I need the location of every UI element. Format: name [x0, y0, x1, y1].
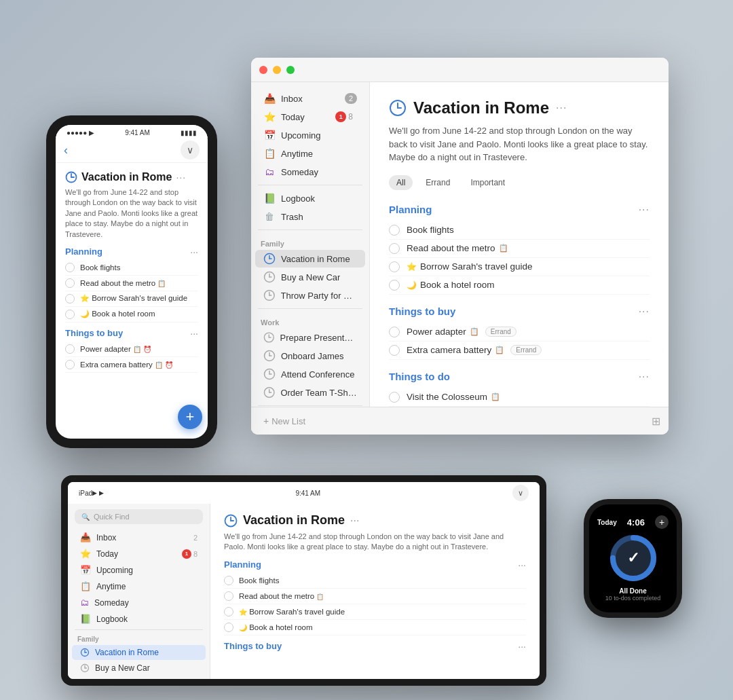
section-buy-title: Things to buy — [389, 306, 455, 317]
iphone-planning-more[interactable]: ··· — [190, 246, 198, 257]
todo-checkbox-travel-guide[interactable] — [389, 261, 400, 272]
todo-checkbox-book-flights[interactable] — [389, 225, 400, 236]
iphone-task-title: Vacation in Rome — [81, 171, 172, 183]
sidebar-label-anytime: Anytime — [281, 149, 313, 159]
todo-checkbox-camera-battery[interactable] — [389, 345, 400, 356]
ipad-task-more-button[interactable]: ··· — [350, 515, 359, 527]
sidebar-item-inbox[interactable]: 📥 Inbox 2 — [255, 90, 365, 107]
ipad-screen: iPad ▶ ▶ 9:41 AM ∨ 🔍 Quick Find 📥 Inbox … — [68, 482, 540, 679]
iphone-checkbox-power-adapter[interactable] — [65, 344, 75, 354]
section-planning-more[interactable]: ··· — [639, 204, 650, 216]
sidebar-item-vacation-rome[interactable]: Vacation in Rome — [255, 250, 365, 268]
ipad-checkbox-hotel[interactable] — [224, 623, 233, 632]
sidebar-item-throw-party[interactable]: Throw Party for Eve — [255, 287, 365, 304]
iphone-todo-text-camera: Extra camera battery 📋 ⏰ — [80, 361, 173, 369]
todo-text-metro: Read about the metro 📋 — [407, 243, 508, 253]
ipad-buy-title: Things to buy — [224, 641, 282, 652]
mac-task-more-button[interactable]: ··· — [556, 102, 567, 114]
sidebar-group-family-header: Family — [251, 234, 369, 249]
ipad-sidebar-anytime[interactable]: 📋 Anytime — [72, 578, 206, 594]
ipad-sidebar-upcoming[interactable]: 📅 Upcoming — [72, 562, 206, 578]
sidebar-label-today: Today — [281, 112, 305, 122]
iphone-checkbox-book-flights[interactable] — [65, 263, 75, 272]
iphone-back-button[interactable]: ‹ — [64, 143, 68, 158]
sidebar-item-logbook[interactable]: 📗 Logbook — [255, 189, 365, 207]
sidebar-item-upcoming[interactable]: 📅 Upcoming — [255, 126, 365, 144]
sidebar-badge-today: 1 8 — [331, 111, 357, 122]
ipad-today-icon: ⭐ — [80, 549, 91, 559]
mac-close-button[interactable] — [259, 66, 267, 74]
sidebar-item-onboard[interactable]: Onboard James — [255, 347, 365, 365]
ipad-checkbox-flights[interactable] — [224, 576, 233, 585]
sidebar-badge-inbox: 2 — [345, 93, 357, 104]
ipad-clock-icon-vacation — [80, 648, 90, 657]
todo-checkbox-hotel[interactable] — [389, 280, 400, 291]
section-do-title: Things to do — [389, 371, 450, 382]
today-count: 8 — [348, 111, 353, 122]
filter-tag-important[interactable]: Important — [463, 175, 512, 190]
sidebar-item-tshirts[interactable]: Order Team T-Shirts — [255, 384, 365, 401]
filter-tag-all[interactable]: All — [389, 175, 413, 190]
ipad-inbox-label: Inbox — [96, 533, 116, 542]
ipad-action-icon[interactable]: ∨ — [512, 485, 529, 501]
sidebar-item-trash[interactable]: 🗑 Trash — [255, 208, 365, 225]
sidebar-divider-4 — [258, 405, 362, 406]
sidebar-group-work-header: Work — [251, 313, 369, 328]
ipad-sidebar-logbook[interactable]: 📗 Logbook — [72, 611, 206, 627]
ipad-someday-icon: 🗂 — [80, 597, 89, 608]
ipad-sidebar-buy-car[interactable]: Buy a New Car — [72, 661, 206, 676]
todo-checkbox-metro[interactable] — [389, 243, 400, 254]
ipad-sidebar-vacation-rome[interactable]: Vacation in Rome — [72, 645, 206, 660]
iphone-checkbox-guide[interactable] — [65, 294, 75, 303]
sidebar-item-conference[interactable]: Attend Conference — [255, 365, 365, 383]
ipad-sidebar-today[interactable]: ⭐ Today 1 8 — [72, 546, 206, 561]
iphone-todo-metro: Read about the metro 📋 — [65, 276, 198, 291]
ipad-wifi-icon: ▶ ▶ — [92, 490, 104, 496]
section-do-more[interactable]: ··· — [639, 371, 650, 383]
ipad-checkbox-guide[interactable] — [224, 607, 233, 616]
iphone-checkbox-metro[interactable] — [65, 278, 75, 288]
ipad-todo-metro: Read about the metro 📋 — [224, 589, 526, 604]
sidebar-item-someday[interactable]: 🗂 Someday — [255, 163, 365, 181]
mac-maximize-button[interactable] — [286, 66, 295, 74]
ipad-sidebar-someday[interactable]: 🗂 Someday — [72, 595, 206, 610]
todo-text-power-adapter: Power adapter 📋 Errand — [407, 327, 516, 337]
iphone-clock-icon — [65, 171, 77, 183]
ipad-divider — [75, 629, 203, 630]
iphone-fab-button[interactable]: + — [178, 405, 202, 429]
watch-header: Today 4:06 + — [597, 515, 669, 529]
new-list-button[interactable]: + New List — [259, 413, 309, 429]
sidebar-item-buy-car[interactable]: Buy a New Car — [255, 268, 365, 286]
clock-icon-vacation — [263, 253, 276, 265]
ipad-task-title: Vacation in Rome — [243, 513, 345, 528]
iphone-action-button[interactable]: ∨ — [181, 141, 200, 160]
sidebar-item-anytime[interactable]: 📋 Anytime — [255, 145, 365, 162]
iphone-checkbox-camera[interactable] — [65, 360, 75, 369]
sidebar-item-today[interactable]: ⭐ Today 1 8 — [255, 108, 365, 126]
someday-icon: 🗂 — [263, 166, 276, 178]
iphone-task-more-button[interactable]: ··· — [176, 172, 186, 183]
mac-sidebar: 📥 Inbox 2 ⭐ Today 1 8 📅 Upcoming 📋 Anyti… — [251, 82, 370, 435]
ipad-someday-label: Someday — [94, 598, 129, 608]
ipad-planning-more[interactable]: ··· — [518, 559, 526, 570]
iphone-section-planning: Planning ··· Book flights Read about the… — [65, 246, 198, 323]
iphone-checkbox-hotel[interactable] — [65, 310, 75, 319]
ipad-search-bar[interactable]: 🔍 Quick Find — [75, 509, 203, 524]
sidebar-item-presentation[interactable]: Prepare Presentation — [255, 329, 365, 346]
ipad-checkbox-metro[interactable] — [224, 591, 233, 601]
todo-checkbox-power-adapter[interactable] — [389, 327, 400, 337]
iphone-buy-more[interactable]: ··· — [190, 328, 198, 339]
ipad-sidebar-inbox[interactable]: 📥 Inbox 2 — [72, 530, 206, 545]
section-buy-more[interactable]: ··· — [639, 306, 650, 318]
filter-tag-errand[interactable]: Errand — [418, 175, 457, 190]
task-clock-icon — [389, 99, 407, 117]
note-icon-camera: 📋 — [495, 346, 504, 354]
watch-time: 4:06 — [627, 517, 645, 528]
watch-plus-button[interactable]: + — [655, 515, 669, 529]
sidebar-label-throw-party: Throw Party for Eve — [281, 291, 357, 301]
ipad-body: 🔍 Quick Find 📥 Inbox 2 ⭐ Today 1 8 — [68, 504, 540, 679]
todo-checkbox-colosseum[interactable] — [389, 392, 400, 403]
iphone-buy-header: Things to buy ··· — [65, 328, 198, 339]
ipad-buy-more[interactable]: ··· — [518, 641, 526, 652]
mac-minimize-button[interactable] — [273, 66, 281, 74]
